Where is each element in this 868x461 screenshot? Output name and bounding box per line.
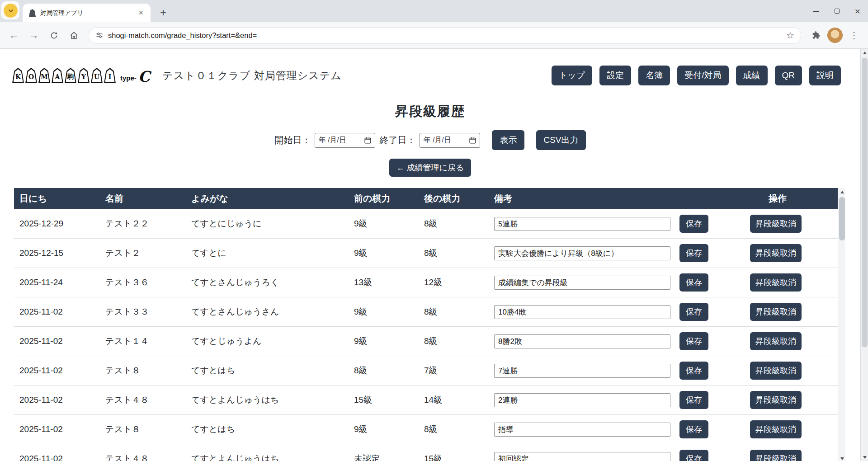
browser-menu-icon[interactable]: ⋮ [845,27,863,44]
start-date-input[interactable]: 年 /月/日 [315,133,375,148]
scroll-up-icon[interactable] [838,188,845,196]
extensions-button[interactable] [807,27,825,44]
start-date-label: 開始日： [274,134,311,146]
remark-input[interactable] [494,305,670,319]
nav-button-4[interactable]: 成績 [736,66,768,85]
cancel-button[interactable]: 昇段級取消 [750,362,802,380]
cell-before: 9級 [349,335,419,347]
table-row: 2025-11-02 テスト４８ てすとよんじゅうはち 15級 14級 保存 昇… [14,386,838,415]
page-scrollbar-thumb[interactable] [862,58,868,347]
page-scroll-down-icon[interactable] [861,453,868,461]
logo-piece-icon: K [12,68,24,83]
nav-button-2[interactable]: 名簿 [638,66,670,85]
cell-after: 8級 [419,306,489,318]
new-tab-button[interactable]: + [156,5,170,20]
remark-input[interactable] [494,423,670,437]
cell-name: テスト４８ [100,453,186,461]
save-button[interactable]: 保存 [679,420,708,438]
maximize-button[interactable] [826,0,847,22]
remark-input[interactable] [494,364,670,378]
cancel-button[interactable]: 昇段級取消 [750,391,802,409]
remark-input[interactable] [494,452,670,461]
show-button[interactable]: 表示 [492,130,524,150]
minimize-button[interactable] [806,0,826,22]
save-button[interactable]: 保存 [679,303,708,321]
save-button[interactable]: 保存 [679,362,708,380]
save-button[interactable]: 保存 [679,332,708,350]
save-button[interactable]: 保存 [679,244,708,262]
back-to-results-button[interactable]: ← 成績管理に戻る [389,159,472,177]
cell-date: 2025-11-02 [14,424,100,434]
save-button[interactable]: 保存 [679,450,708,461]
end-date-input[interactable]: 年 /月/日 [420,133,480,148]
cell-date: 2025-12-15 [14,248,100,258]
nav-button-3[interactable]: 受付/対局 [677,66,728,85]
table-scrollbar[interactable] [838,188,845,461]
logo-piece-icon: M [38,68,50,83]
nav-button-6[interactable]: 説明 [809,66,841,85]
cancel-button[interactable]: 昇段級取消 [750,332,802,350]
forward-button[interactable]: → [25,27,42,44]
cell-name: テスト８ [100,365,186,376]
cancel-button[interactable]: 昇段級取消 [750,215,802,233]
cell-name: テスト３３ [100,306,186,318]
cell-after: 8級 [419,335,489,347]
profile-menu-button[interactable] [4,4,18,18]
url-text: shogi-match.com/grade_history?start=&end… [108,31,782,40]
url-bar[interactable]: shogi-match.com/grade_history?start=&end… [89,27,801,44]
logo-piece-icon: O [25,68,37,83]
tab-close-icon[interactable]: × [137,8,145,18]
site-logo[interactable]: KOMA駒YUI type- C [12,68,150,83]
cell-date: 2025-12-29 [14,219,100,229]
profile-avatar[interactable] [827,28,843,43]
bookmark-star-icon[interactable]: ☆ [786,30,794,41]
cell-date: 2025-11-02 [14,366,100,376]
cell-before: 13級 [349,277,419,288]
cell-date: 2025-11-02 [14,336,100,346]
page-scroll-up-icon[interactable] [861,49,868,56]
cell-kana: てすとに [186,247,349,259]
cancel-button[interactable]: 昇段級取消 [750,273,802,292]
header-operations: 操作 [733,193,838,205]
remark-input[interactable] [494,276,670,290]
calendar-icon [469,136,476,144]
home-button[interactable] [65,27,82,44]
cancel-button[interactable]: 昇段級取消 [750,244,802,262]
remark-input[interactable] [494,246,670,260]
remark-input[interactable] [494,217,670,231]
csv-export-button[interactable]: CSV出力 [536,130,585,150]
reload-button[interactable] [45,27,62,44]
tab-favicon-icon [29,9,36,17]
logo-piece-icon: A [52,68,63,83]
cancel-button[interactable]: 昇段級取消 [750,450,802,461]
cell-before: 9級 [349,247,419,259]
cell-kana: てすとにじゅうに [186,218,349,230]
nav-button-1[interactable]: 設定 [599,66,631,85]
cell-before: 9級 [349,423,419,435]
cancel-button[interactable]: 昇段級取消 [750,420,802,438]
cell-date: 2025-11-02 [14,454,100,461]
close-button[interactable]: × [847,0,868,22]
table-scrollbar-thumb[interactable] [839,197,845,240]
cell-name: テスト４８ [100,394,186,406]
save-button[interactable]: 保存 [679,391,708,409]
cell-name: テスト２２ [100,218,186,230]
nav-button-5[interactable]: QR [775,66,802,85]
save-button[interactable]: 保存 [679,215,708,233]
save-button[interactable]: 保存 [679,273,708,292]
remark-input[interactable] [494,334,670,348]
scroll-down-icon[interactable] [838,455,845,461]
table-row: 2025-11-02 テスト４８ てすとよんじゅうはち 未認定 15級 保存 昇… [14,444,838,461]
header-before: 前の棋力 [349,193,419,205]
nav-button-0[interactable]: トップ [552,66,592,85]
browser-tab[interactable]: 対局管理アプリ × [23,4,151,22]
page-scrollbar[interactable] [860,49,868,461]
table-row: 2025-11-02 テスト１４ てすとじゅうよん 9級 8級 保存 昇段級取消 [14,327,838,356]
cancel-button[interactable]: 昇段級取消 [750,303,802,321]
remark-input[interactable] [494,393,670,407]
back-button[interactable]: ← [5,27,23,44]
header-after: 後の棋力 [419,193,489,205]
grade-table-body: 2025-12-29 テスト２２ てすとにじゅうに 9級 8級 保存 昇段級取消… [14,209,845,461]
site-title: テスト０１クラブ 対局管理システム [162,69,342,83]
cell-kana: てすとよんじゅうはち [186,394,349,406]
